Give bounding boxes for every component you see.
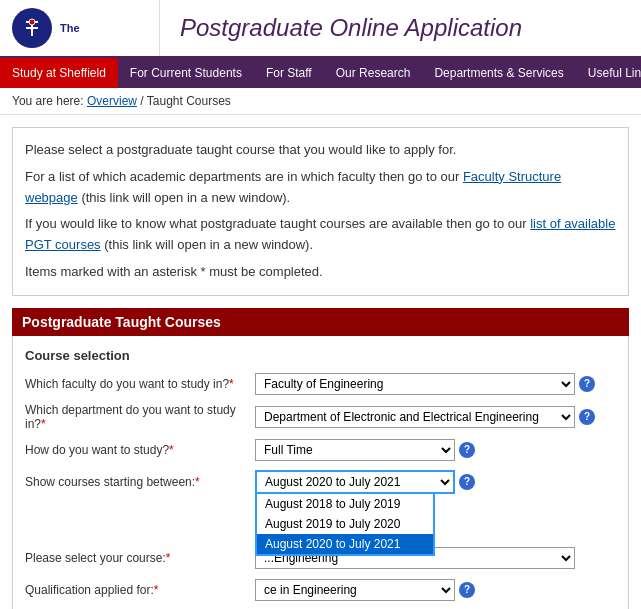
info-line2: For a list of which academic departments… (25, 167, 616, 209)
app-title-area: Postgraduate Online Application (160, 4, 641, 52)
faculty-control: Faculty of Engineering ? (255, 373, 616, 395)
study-mode-help-icon[interactable]: ? (459, 442, 475, 458)
department-control: Department of Electronic and Electrical … (255, 406, 616, 428)
nav-item-current[interactable]: For Current Students (118, 58, 254, 88)
department-help-icon[interactable]: ? (579, 409, 595, 425)
logo-text: The (60, 21, 80, 35)
department-row: Which department do you want to study in… (25, 403, 616, 431)
logo-area: The (0, 0, 160, 56)
header: The Postgraduate Online Application (0, 0, 641, 58)
breadcrumb-current: Taught Courses (147, 94, 231, 108)
courses-dropdown-popup: August 2018 to July 2019 August 2019 to … (255, 492, 435, 556)
nav-item-study[interactable]: Study at Sheffield (0, 58, 118, 88)
study-mode-select[interactable]: Full Time (255, 439, 455, 461)
courses-starting-row: Show courses starting between:* August 2… (25, 469, 616, 495)
dropdown-option-0[interactable]: August 2018 to July 2019 (257, 494, 433, 514)
study-mode-label: How do you want to study?* (25, 443, 255, 457)
department-select[interactable]: Department of Electronic and Electrical … (255, 406, 575, 428)
courses-starting-help-icon[interactable]: ? (459, 474, 475, 490)
faculty-select[interactable]: Faculty of Engineering (255, 373, 575, 395)
info-box: Please select a postgraduate taught cour… (12, 127, 629, 296)
study-mode-row: How do you want to study?* Full Time ? (25, 437, 616, 463)
courses-starting-select-wrapper: August 2018 to July 2019 August 2019 to … (255, 470, 455, 494)
course-selection-title: Course selection (25, 348, 616, 363)
main-content: Postgraduate Taught Courses Course selec… (12, 308, 629, 609)
qualification-select[interactable]: ce in Engineering (255, 579, 455, 601)
logo-shield (12, 8, 52, 48)
courses-starting-select[interactable]: August 2018 to July 2019 August 2019 to … (255, 470, 455, 494)
info-line4: Items marked with an asterisk * must be … (25, 262, 616, 283)
qualification-row: Qualification applied for:* ce in Engine… (25, 577, 616, 603)
department-label: Which department do you want to study in… (25, 403, 255, 431)
nav-bar: Study at Sheffield For Current Students … (0, 58, 641, 88)
study-mode-control: Full Time ? (255, 439, 616, 461)
info-line1: Please select a postgraduate taught cour… (25, 140, 616, 161)
nav-item-research[interactable]: Our Research (324, 58, 423, 88)
faculty-label: Which faculty do you want to study in?* (25, 377, 255, 391)
courses-starting-label: Show courses starting between:* (25, 475, 255, 489)
dropdown-option-2[interactable]: August 2020 to July 2021 (257, 534, 433, 554)
nav-item-staff[interactable]: For Staff (254, 58, 324, 88)
qualification-label: Qualification applied for:* (25, 583, 255, 597)
qualification-control: ce in Engineering ? (255, 579, 616, 601)
breadcrumb-overview[interactable]: Overview (87, 94, 137, 108)
qualification-help-icon[interactable]: ? (459, 582, 475, 598)
info-line3: If you would like to know what postgradu… (25, 214, 616, 256)
nav-item-useful[interactable]: Useful Links (576, 58, 641, 88)
nav-item-departments[interactable]: Departments & Services (422, 58, 575, 88)
course-select-label: Please select your course:* (25, 551, 255, 565)
breadcrumb: You are here: Overview / Taught Courses (0, 88, 641, 115)
svg-point-0 (29, 19, 35, 25)
courses-starting-control: August 2018 to July 2019 August 2019 to … (255, 470, 616, 494)
app-title: Postgraduate Online Application (180, 14, 621, 42)
faculty-help-icon[interactable]: ? (579, 376, 595, 392)
section-title: Postgraduate Taught Courses (12, 308, 629, 336)
dropdown-option-1[interactable]: August 2019 to July 2020 (257, 514, 433, 534)
form-section: Course selection Which faculty do you wa… (12, 336, 629, 609)
faculty-row: Which faculty do you want to study in?* … (25, 371, 616, 397)
